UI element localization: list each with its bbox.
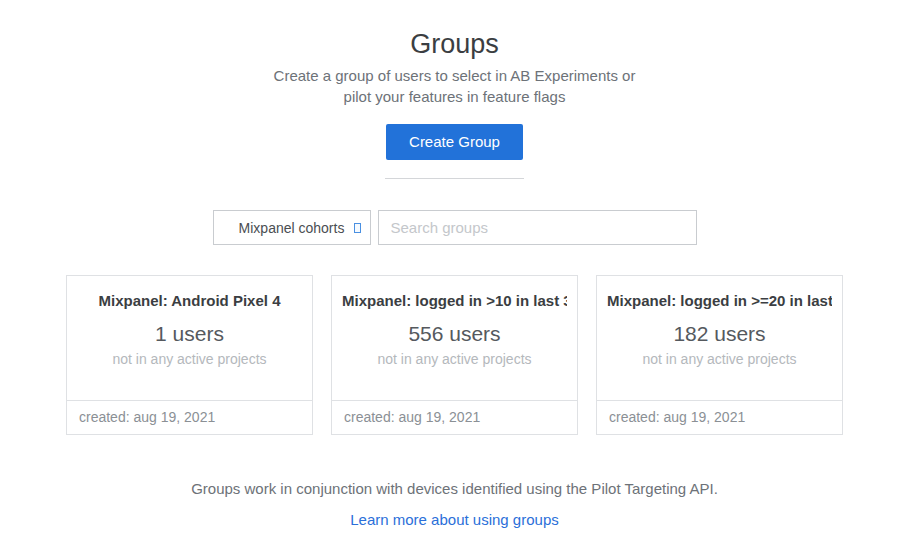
group-card-user-count: 1 users bbox=[77, 321, 302, 347]
group-card-status: not in any active projects bbox=[77, 350, 302, 369]
group-card-user-count: 182 users bbox=[607, 321, 832, 347]
group-card-logged-in-gte20[interactable]: Mixpanel: logged in >=20 in last 30... 1… bbox=[596, 275, 843, 435]
group-card-title: Mixpanel: Android Pixel 4 bbox=[77, 291, 302, 311]
group-card-title: Mixpanel: logged in >=20 in last 30... bbox=[607, 291, 832, 311]
header-divider bbox=[385, 178, 524, 179]
page-subtitle-line2: pilot your features in feature flags bbox=[0, 86, 909, 107]
group-card-body: Mixpanel: logged in >=20 in last 30... 1… bbox=[597, 276, 842, 400]
group-card-logged-in-gt10[interactable]: Mixpanel: logged in >10 in last 30 ... 5… bbox=[331, 275, 578, 435]
group-card-title: Mixpanel: logged in >10 in last 30 ... bbox=[342, 291, 567, 311]
groups-page: Groups Create a group of users to select… bbox=[0, 0, 909, 529]
group-card-created-date: created: aug 19, 2021 bbox=[332, 400, 577, 434]
cohort-source-dropdown-value: Mixpanel cohorts bbox=[239, 220, 345, 236]
group-card-list: Mixpanel: Android Pixel 4 1 users not in… bbox=[0, 275, 909, 435]
learn-more-link[interactable]: Learn more about using groups bbox=[350, 511, 558, 528]
page-title: Groups bbox=[0, 28, 909, 60]
footer-info-text: Groups work in conjunction with devices … bbox=[0, 480, 909, 497]
page-subtitle: Create a group of users to select in AB … bbox=[0, 65, 909, 107]
group-card-user-count: 556 users bbox=[342, 321, 567, 347]
cohort-source-dropdown[interactable]: Mixpanel cohorts bbox=[213, 210, 371, 245]
group-card-created-date: created: aug 19, 2021 bbox=[597, 400, 842, 434]
dropdown-indicator-icon bbox=[354, 223, 361, 233]
group-card-android-pixel[interactable]: Mixpanel: Android Pixel 4 1 users not in… bbox=[66, 275, 313, 435]
create-group-button-wrap: Create Group bbox=[0, 124, 909, 160]
search-groups-input[interactable] bbox=[378, 210, 697, 245]
create-group-button[interactable]: Create Group bbox=[386, 124, 523, 160]
group-card-body: Mixpanel: logged in >10 in last 30 ... 5… bbox=[332, 276, 577, 400]
footer-link-wrap: Learn more about using groups bbox=[0, 511, 909, 529]
group-card-status: not in any active projects bbox=[607, 350, 832, 369]
group-card-created-date: created: aug 19, 2021 bbox=[67, 400, 312, 434]
page-subtitle-line1: Create a group of users to select in AB … bbox=[0, 65, 909, 86]
filter-controls: Mixpanel cohorts bbox=[0, 210, 909, 245]
group-card-body: Mixpanel: Android Pixel 4 1 users not in… bbox=[67, 276, 312, 400]
group-card-status: not in any active projects bbox=[342, 350, 567, 369]
